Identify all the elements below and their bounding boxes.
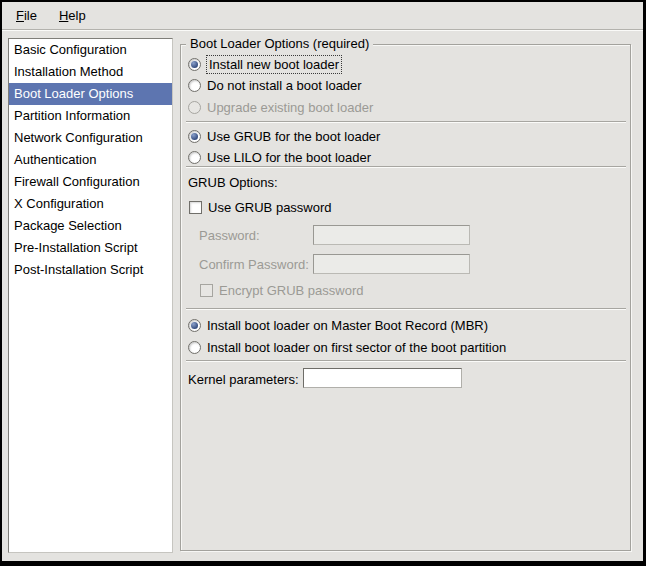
radio-label: Upgrade existing boot loader [207,100,373,115]
radio-button-icon [188,101,201,114]
confirm-password-label: Confirm Password: [199,257,309,272]
separator [186,360,626,362]
sidebar-item-boot-loader-options[interactable]: Boot Loader Options [9,83,172,105]
radio-use-lilo[interactable]: Use LILO for the boot loader [188,147,371,167]
boot-loader-options-frame: Boot Loader Options (required) Install n… [180,44,631,551]
radio-label: Use GRUB for the boot loader [207,129,380,144]
menubar: File Help [2,2,643,30]
radio-label: Install new boot loader [207,56,341,73]
checkbox-label: Encrypt GRUB password [219,283,364,298]
radio-label: Use LILO for the boot loader [207,150,371,165]
sidebar-item-firewall-configuration[interactable]: Firewall Configuration [9,171,172,193]
radio-button-icon [188,130,201,143]
radio-do-not-install-boot-loader[interactable]: Do not install a boot loader [188,75,362,95]
grub-options-title: GRUB Options: [188,175,278,190]
radio-button-icon [188,341,201,354]
kickstart-configurator-window: File Help Basic Configuration Installati… [0,0,646,566]
radio-use-grub[interactable]: Use GRUB for the boot loader [188,126,380,146]
password-input [313,225,470,245]
kernel-parameters-input[interactable] [303,368,462,388]
sidebar-item-package-selection[interactable]: Package Selection [9,215,172,237]
confirm-password-input [313,254,470,274]
sidebar-item-basic-configuration[interactable]: Basic Configuration [9,39,172,61]
menu-file-label: File [16,8,37,23]
radio-label: Install boot loader on Master Boot Recor… [207,318,488,333]
frame-legend: Boot Loader Options (required) [186,36,373,51]
radio-button-icon [188,319,201,332]
sidebar-item-authentication[interactable]: Authentication [9,149,172,171]
radio-upgrade-existing-boot-loader: Upgrade existing boot loader [188,97,373,117]
radio-install-on-mbr[interactable]: Install boot loader on Master Boot Recor… [188,315,488,335]
password-label: Password: [199,228,260,243]
radio-label: Install boot loader on first sector of t… [207,340,506,355]
sidebar-item-network-configuration[interactable]: Network Configuration [9,127,172,149]
separator [186,121,626,123]
menu-help-label: Help [59,8,86,23]
kernel-parameters-label: Kernel parameters: [188,372,299,387]
category-list: Basic Configuration Installation Method … [8,38,173,553]
checkbox-icon [189,201,202,214]
checkbox-use-grub-password[interactable]: Use GRUB password [189,197,332,217]
menu-file[interactable]: File [10,6,43,25]
sidebar-item-partition-information[interactable]: Partition Information [9,105,172,127]
radio-button-icon [188,58,201,71]
menu-help[interactable]: Help [53,6,92,25]
sidebar-item-installation-method[interactable]: Installation Method [9,61,172,83]
radio-install-new-boot-loader[interactable]: Install new boot loader [188,54,341,74]
sidebar-item-post-installation-script[interactable]: Post-Installation Script [9,259,172,281]
sidebar-item-pre-installation-script[interactable]: Pre-Installation Script [9,237,172,259]
sidebar-item-x-configuration[interactable]: X Configuration [9,193,172,215]
radio-button-icon [188,79,201,92]
radio-install-on-first-sector[interactable]: Install boot loader on first sector of t… [188,337,506,357]
checkbox-label: Use GRUB password [208,200,332,215]
separator [186,166,626,168]
radio-button-icon [188,151,201,164]
checkbox-encrypt-grub-password: Encrypt GRUB password [200,280,364,300]
checkbox-icon [200,284,213,297]
radio-label: Do not install a boot loader [207,78,362,93]
separator [186,308,626,310]
